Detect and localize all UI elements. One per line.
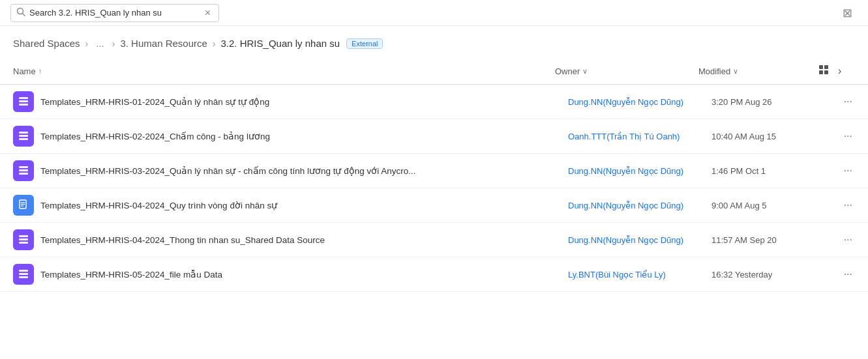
breadcrumb-sep-3: ›: [213, 38, 216, 49]
svg-rect-22: [19, 270, 28, 272]
file-owner: Ly.BNT(Bùi Ngọc Tiểu Ly): [568, 270, 711, 280]
svg-rect-14: [19, 173, 28, 175]
file-name: Templates_HRM-HRIS-04-2024_Thong tin nha…: [40, 235, 568, 245]
file-more-button[interactable]: ···: [829, 231, 855, 248]
modified-sort-icon: ∨: [733, 67, 738, 76]
file-modified: 10:40 AM Aug 15: [711, 132, 829, 141]
search-box[interactable]: ×: [10, 4, 219, 22]
svg-rect-2: [819, 65, 823, 69]
file-name: Templates_HRM-HRIS-03-2024_Quản lý nhân …: [40, 165, 568, 176]
file-icon: [13, 91, 34, 112]
file-icon: [13, 264, 34, 285]
expand-panel-button[interactable]: ›: [835, 64, 844, 78]
file-icon: [13, 160, 34, 181]
file-icon: [13, 126, 34, 147]
file-name: Templates_HRM-HRIS-02-2024_Chấm công - b…: [40, 131, 568, 141]
owner-sort-icon: ∨: [582, 67, 588, 76]
close-panel-button[interactable]: ⊠: [837, 3, 858, 23]
name-header-label: Name: [13, 66, 36, 76]
file-modified: 3:20 PM Aug 26: [711, 97, 829, 107]
svg-rect-19: [19, 235, 28, 237]
svg-rect-5: [824, 70, 828, 74]
file-more-button[interactable]: ···: [829, 93, 855, 110]
svg-rect-10: [19, 135, 28, 137]
modified-header-label: Modified: [698, 66, 730, 76]
file-icon: [13, 229, 34, 250]
svg-rect-3: [824, 65, 828, 69]
modified-column-header[interactable]: Modified ∨: [698, 66, 816, 76]
breadcrumb-sep-2: ›: [112, 38, 115, 49]
file-more-button[interactable]: ···: [829, 266, 855, 283]
svg-rect-12: [19, 166, 28, 168]
svg-rect-4: [819, 70, 823, 74]
table-row[interactable]: Templates_HRM-HRIS-01-2024_Quản lý nhân …: [0, 85, 868, 119]
grid-view-button[interactable]: [816, 63, 831, 79]
table-row[interactable]: Templates_HRM-HRIS-03-2024_Quản lý nhân …: [0, 154, 868, 188]
svg-rect-9: [19, 132, 28, 134]
file-modified: 9:00 AM Aug 5: [711, 201, 829, 210]
breadcrumb-human-resource[interactable]: 3. Human Resource: [120, 38, 207, 49]
file-owner: Dung.NN(Nguyễn Ngọc Dũng): [568, 201, 711, 210]
table-header: Name ↑ Owner ∨ Modified ∨ ›: [0, 58, 868, 85]
svg-rect-21: [19, 242, 28, 244]
file-owner: Dung.NN(Nguyễn Ngọc Dũng): [568, 235, 711, 245]
breadcrumb-sep-1: ›: [85, 38, 89, 49]
svg-rect-11: [19, 138, 28, 140]
file-owner: Dung.NN(Nguyễn Ngọc Dũng): [568, 97, 711, 107]
search-icon: [16, 7, 25, 18]
table-row[interactable]: Templates_HRM-HRIS-04-2024_Quy trình vòn…: [0, 188, 868, 223]
file-more-button[interactable]: ···: [829, 197, 855, 214]
file-more-button[interactable]: ···: [829, 162, 855, 179]
file-owner: Oanh.TTT(Trần Thị Tú Oanh): [568, 132, 711, 141]
svg-rect-6: [19, 97, 28, 99]
svg-rect-23: [19, 273, 28, 275]
file-icon: [13, 195, 34, 216]
breadcrumb-current: 3.2. HRIS_Quan ly nhan su: [221, 38, 340, 49]
clear-search-button[interactable]: ×: [202, 7, 213, 19]
file-owner: Dung.NN(Nguyễn Ngọc Dũng): [568, 166, 711, 176]
name-column-header[interactable]: Name ↑: [13, 66, 555, 76]
file-modified: 16:32 Yesterday: [711, 270, 829, 280]
actions-column-header: ›: [816, 63, 855, 79]
table-row[interactable]: Templates_HRM-HRIS-04-2024_Thong tin nha…: [0, 223, 868, 257]
file-more-button[interactable]: ···: [829, 128, 855, 145]
breadcrumb: Shared Spaces › ... › 3. Human Resource …: [0, 26, 868, 58]
svg-rect-8: [19, 104, 28, 106]
table-row[interactable]: Templates_HRM-HRIS-02-2024_Chấm công - b…: [0, 119, 868, 154]
external-badge: External: [346, 38, 383, 49]
breadcrumb-more-button[interactable]: ...: [93, 36, 107, 50]
name-sort-icon: ↑: [38, 67, 42, 75]
search-input[interactable]: [29, 8, 202, 18]
table-row[interactable]: Templates_HRM-HRIS-05-2024_file mẫu Data…: [0, 257, 868, 292]
file-modified: 11:57 AM Sep 20: [711, 235, 829, 245]
svg-rect-24: [19, 276, 28, 278]
file-modified: 1:46 PM Oct 1: [711, 166, 829, 176]
file-name: Templates_HRM-HRIS-01-2024_Quản lý nhân …: [40, 96, 568, 107]
file-name: Templates_HRM-HRIS-04-2024_Quy trình vòn…: [40, 200, 568, 210]
svg-rect-7: [19, 100, 28, 102]
top-bar: × ⊠: [0, 0, 868, 26]
svg-rect-20: [19, 238, 28, 240]
svg-rect-13: [19, 169, 28, 171]
owner-header-label: Owner: [555, 66, 580, 76]
breadcrumb-shared-spaces[interactable]: Shared Spaces: [13, 38, 80, 49]
owner-column-header[interactable]: Owner ∨: [555, 66, 698, 76]
svg-line-1: [23, 14, 25, 16]
file-list: Templates_HRM-HRIS-01-2024_Quản lý nhân …: [0, 85, 868, 292]
file-name: Templates_HRM-HRIS-05-2024_file mẫu Data: [40, 269, 568, 280]
